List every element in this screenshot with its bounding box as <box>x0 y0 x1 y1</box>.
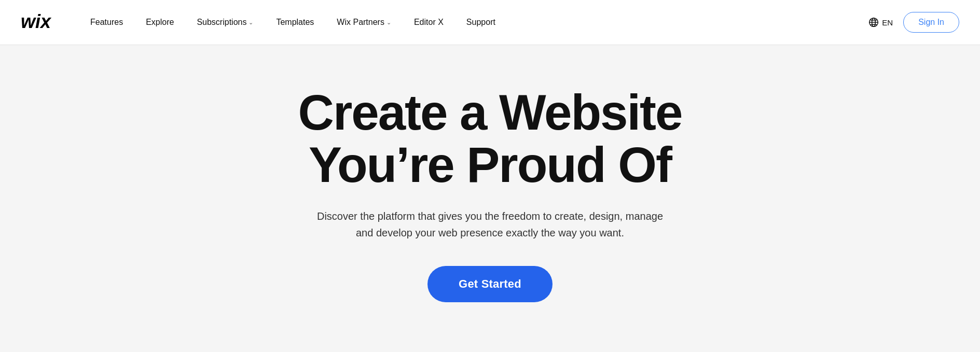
svg-text:wix: wix <box>21 11 52 31</box>
wix-logo[interactable]: wix <box>21 11 58 33</box>
nav-explore[interactable]: Explore <box>134 0 185 45</box>
nav-editor-x[interactable]: Editor X <box>403 0 455 45</box>
navbar: wix Features Explore Subscriptions ⌄ Tem… <box>0 0 980 45</box>
wix-logo-svg: wix <box>21 11 58 31</box>
signin-button[interactable]: Sign In <box>903 12 959 33</box>
language-label: EN <box>882 18 893 27</box>
nav-wix-partners[interactable]: Wix Partners ⌄ <box>325 0 403 45</box>
subscriptions-chevron-icon: ⌄ <box>249 19 253 26</box>
language-selector[interactable]: EN <box>868 17 893 27</box>
nav-right: EN Sign In <box>868 12 959 33</box>
nav-subscriptions[interactable]: Subscriptions ⌄ <box>185 0 265 45</box>
hero-subtitle: Discover the platform that gives you the… <box>309 208 672 241</box>
get-started-button[interactable]: Get Started <box>427 266 553 302</box>
hero-title: Create a Website You’re Proud Of <box>298 87 682 191</box>
nav-support[interactable]: Support <box>455 0 507 45</box>
wix-partners-chevron-icon: ⌄ <box>387 19 391 26</box>
hero-section: Create a Website You’re Proud Of Discove… <box>0 45 980 352</box>
nav-features[interactable]: Features <box>79 0 134 45</box>
nav-links: Features Explore Subscriptions ⌄ Templat… <box>79 0 868 45</box>
globe-icon <box>868 17 879 27</box>
nav-templates[interactable]: Templates <box>265 0 325 45</box>
